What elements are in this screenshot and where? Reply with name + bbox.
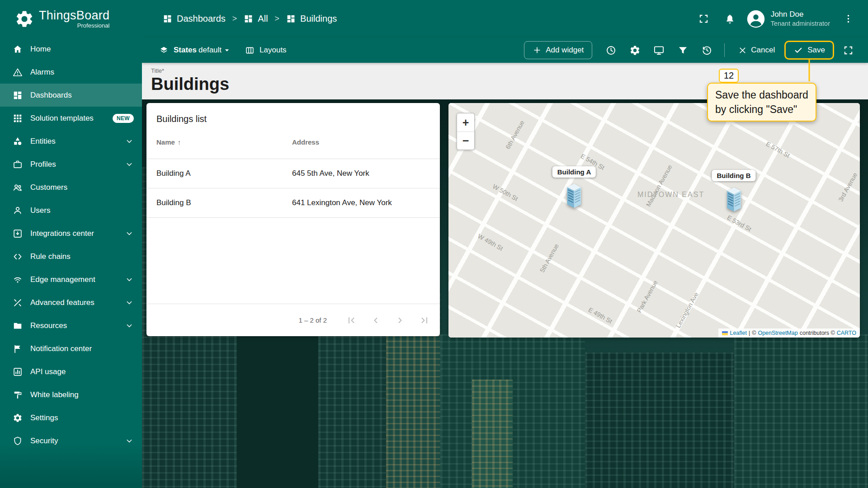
sidebar-item-rule-chains[interactable]: Rule chains bbox=[0, 245, 142, 268]
sidebar-item-label: Edge management bbox=[30, 275, 117, 284]
sidebar-item-notification-center[interactable]: Notification center bbox=[0, 337, 142, 360]
dashboards-icon bbox=[13, 90, 23, 100]
sidebar-item-profiles[interactable]: Profiles bbox=[0, 153, 142, 176]
last-page-button[interactable] bbox=[414, 310, 435, 331]
sidebar-item-security[interactable]: Security bbox=[0, 429, 142, 452]
timewindow-button[interactable] bbox=[601, 40, 621, 60]
sidebar-item-label: Notification center bbox=[30, 344, 134, 353]
sidebar-item-label: Integrations center bbox=[30, 229, 117, 238]
user-info[interactable]: John Doe Tenant administrator bbox=[771, 9, 830, 28]
entities-icon bbox=[13, 136, 23, 146]
chevron-down-icon bbox=[125, 160, 134, 169]
filter-icon bbox=[677, 45, 689, 56]
carto-link[interactable]: CARTO bbox=[837, 330, 856, 336]
apps-icon bbox=[13, 113, 23, 123]
rule-chains-icon bbox=[13, 252, 23, 262]
map-zoom-control: + − bbox=[457, 113, 475, 150]
sidebar-item-alarms[interactable]: Alarms bbox=[0, 61, 142, 84]
cancel-label: Cancel bbox=[751, 46, 775, 55]
sidebar-item-dashboards[interactable]: Dashboards bbox=[0, 84, 142, 107]
attribution-separator: | bbox=[749, 330, 750, 336]
cancel-button[interactable]: Cancel bbox=[732, 42, 780, 59]
states-select[interactable]: default bbox=[198, 46, 231, 55]
more-menu-button[interactable] bbox=[838, 9, 858, 29]
layouts-icon bbox=[245, 46, 255, 55]
column-label: Name bbox=[156, 138, 175, 146]
settings-icon bbox=[13, 413, 23, 423]
filters-button[interactable] bbox=[673, 40, 693, 60]
map-widget[interactable]: 6th AvenueE 57th StE 54th StMadison Aven… bbox=[448, 103, 860, 338]
map-marker-building-b[interactable]: Building B bbox=[712, 170, 756, 212]
sidebar-item-label: Users bbox=[30, 206, 134, 215]
dashboards-icon bbox=[163, 14, 172, 23]
first-page-icon bbox=[346, 315, 357, 326]
toolbar-actions: Add widget Cancel Save bbox=[524, 40, 858, 60]
close-icon bbox=[738, 46, 747, 55]
caret-down-icon bbox=[222, 46, 231, 55]
save-button[interactable]: Save bbox=[784, 41, 834, 60]
sidebar-item-settings[interactable]: Settings bbox=[0, 406, 142, 429]
column-header-name[interactable]: Name ↑ bbox=[156, 138, 292, 146]
zoom-out-button[interactable]: − bbox=[457, 131, 474, 150]
map-attribution: Leaflet | © OpenStreetMap contributors ©… bbox=[718, 328, 860, 338]
states-button[interactable]: States bbox=[159, 46, 197, 55]
save-label: Save bbox=[807, 46, 825, 55]
layouts-button[interactable]: Layouts bbox=[245, 46, 287, 55]
thingsboard-logo-icon bbox=[14, 9, 34, 29]
security-icon bbox=[13, 436, 23, 446]
previous-page-icon bbox=[370, 315, 381, 326]
sidebar-item-customers[interactable]: Customers bbox=[0, 176, 142, 199]
fullscreen-button[interactable] bbox=[694, 9, 714, 29]
sidebar-item-integrations-center[interactable]: Integrations center bbox=[0, 222, 142, 245]
expand-dashboard-button[interactable] bbox=[838, 40, 858, 60]
white-labeling-icon bbox=[13, 390, 23, 400]
display-icon bbox=[653, 45, 665, 56]
zoom-in-button[interactable]: + bbox=[457, 113, 474, 131]
customers-icon bbox=[13, 183, 23, 192]
breadcrumb-item-dashboards[interactable]: Dashboards bbox=[163, 14, 226, 24]
sidebar-item-label: Resources bbox=[30, 321, 117, 330]
alarm-icon bbox=[13, 67, 23, 77]
sidebar-item-white-labeling[interactable]: White labeling bbox=[0, 383, 142, 406]
map-area-label: MIDTOWN EAST bbox=[637, 191, 704, 199]
notifications-button[interactable] bbox=[720, 9, 740, 29]
sidebar-item-label: Advanced features bbox=[30, 298, 117, 307]
tutorial-step-badge: 12 bbox=[719, 69, 739, 83]
sidebar-item-advanced-features[interactable]: Advanced features bbox=[0, 291, 142, 314]
chevron-down-icon bbox=[125, 321, 134, 330]
breadcrumb: Dashboards > All > Buildings bbox=[163, 14, 337, 24]
save-button-highlight: Save bbox=[784, 41, 834, 60]
user-avatar[interactable] bbox=[746, 9, 765, 28]
layouts-label: Layouts bbox=[259, 46, 287, 55]
buildings-list-widget: Buildings list Name ↑ Address Building A… bbox=[146, 103, 440, 336]
table-row[interactable]: Building A 645 5th Ave, New York bbox=[146, 159, 440, 188]
previous-page-button[interactable] bbox=[365, 310, 387, 331]
sidebar-item-home[interactable]: Home bbox=[0, 38, 142, 61]
dashboard-settings-button[interactable] bbox=[625, 40, 645, 60]
fullscreen-icon bbox=[843, 45, 854, 56]
sidebar-item-solution-templates[interactable]: Solution templatesNEW bbox=[0, 107, 142, 130]
table-row[interactable]: Building B 641 Lexington Ave, New York bbox=[146, 188, 440, 218]
breadcrumb-item-buildings[interactable]: Buildings bbox=[286, 14, 337, 24]
first-page-button[interactable] bbox=[340, 310, 362, 331]
version-history-button[interactable] bbox=[697, 40, 717, 60]
table-header-row: Name ↑ Address bbox=[146, 126, 440, 159]
thingsboard-logo[interactable]: ThingsBoard Professional bbox=[0, 0, 142, 38]
sidebar-item-users[interactable]: Users bbox=[0, 199, 142, 222]
sidebar-item-api-usage[interactable]: API usage bbox=[0, 360, 142, 383]
entity-aliases-button[interactable] bbox=[649, 40, 669, 60]
sidebar-item-edge-management[interactable]: Edge management bbox=[0, 268, 142, 291]
sidebar-item-entities[interactable]: Entities bbox=[0, 130, 142, 153]
column-header-address[interactable]: Address bbox=[292, 138, 430, 146]
title-field-label: Title* bbox=[151, 67, 868, 74]
breadcrumb-label: Dashboards bbox=[177, 14, 226, 24]
sidebar-item-label: Solution templates bbox=[30, 114, 105, 123]
leaflet-link[interactable]: Leaflet bbox=[730, 330, 747, 336]
breadcrumb-item-all[interactable]: All bbox=[244, 14, 268, 24]
openstreetmap-link[interactable]: OpenStreetMap bbox=[758, 330, 797, 336]
sidebar-item-resources[interactable]: Resources bbox=[0, 314, 142, 337]
next-page-button[interactable] bbox=[389, 310, 411, 331]
add-widget-button[interactable]: Add widget bbox=[524, 41, 592, 59]
marker-label: Building B bbox=[712, 170, 756, 181]
map-marker-building-a[interactable]: Building A bbox=[552, 166, 596, 209]
